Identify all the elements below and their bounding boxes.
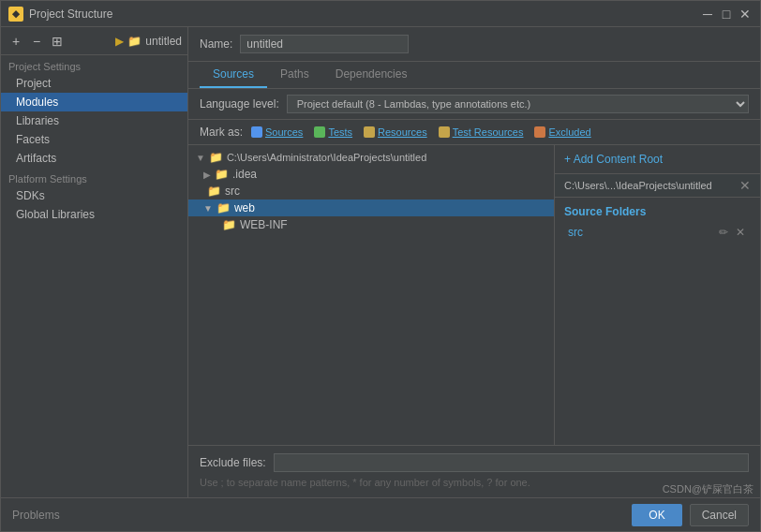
sidebar-item-facets[interactable]: Facets — [1, 130, 187, 149]
sources-color-icon — [251, 126, 262, 138]
exclude-section: Exclude files: Use ; to separate name pa… — [188, 445, 760, 497]
mark-as-label: Mark as: — [200, 126, 243, 139]
ok-button[interactable]: OK — [632, 504, 681, 526]
left-sections: Project Settings Project Modules Librari… — [1, 55, 187, 497]
src-label: src — [225, 185, 240, 198]
idea-label: .idea — [232, 168, 257, 181]
language-level-row: Language level: Project default (8 - Lam… — [188, 89, 760, 120]
sdks-label: SDKs — [16, 189, 45, 202]
content-split: ▼ 📁 C:\Users\Administrator\IdeaProjects\… — [188, 145, 760, 445]
root-expand-arrow: ▼ — [196, 153, 205, 163]
idea-expand-arrow: ▶ — [203, 170, 211, 180]
libraries-label: Libraries — [16, 114, 59, 127]
content-path-close-button[interactable]: ✕ — [739, 178, 751, 193]
exclude-files-row: Exclude files: — [200, 453, 749, 472]
right-side-panel: + Add Content Root C:\Users\...\IdeaProj… — [554, 145, 760, 445]
source-folders-section: Source Folders src ✏ ✕ — [555, 198, 760, 248]
source-folder-actions: ✏ ✕ — [717, 226, 747, 239]
mark-as-row: Mark as: Sources Tests Resources — [188, 120, 760, 145]
resources-color-icon — [364, 126, 375, 138]
mark-test-resources-label: Test Resources — [453, 126, 524, 138]
maximize-button[interactable]: □ — [719, 7, 734, 22]
mark-test-resources-button[interactable]: Test Resources — [436, 126, 527, 139]
right-panel-wrapper: Name: Sources Paths Dependencies Languag… — [188, 27, 760, 497]
webinf-label: WEB-INF — [240, 218, 288, 231]
cancel-button[interactable]: Cancel — [690, 504, 749, 526]
source-folders-title: Source Folders — [564, 205, 751, 218]
mark-resources-label: Resources — [378, 126, 427, 138]
left-toolbar: + − ⊞ ▶ 📁 untitled — [1, 27, 187, 55]
add-content-root-button[interactable]: + Add Content Root — [555, 145, 760, 174]
webinf-folder-icon: 📁 — [222, 218, 236, 231]
module-folder-icon: 📁 — [127, 35, 142, 48]
close-button[interactable]: ✕ — [738, 7, 753, 22]
sidebar-item-project[interactable]: Project — [1, 74, 187, 93]
web-label: web — [234, 201, 255, 214]
mark-tests-label: Tests — [328, 126, 352, 138]
tree-item-src[interactable]: 📁 src — [188, 183, 554, 200]
artifacts-label: Artifacts — [16, 152, 56, 165]
module-root-arrow: ▶ — [115, 35, 124, 48]
bottom-bar: Problems OK Cancel — [1, 497, 760, 531]
tree-root-path[interactable]: ▼ 📁 C:\Users\Administrator\IdeaProjects\… — [188, 149, 554, 166]
mark-tests-button[interactable]: Tests — [311, 126, 355, 139]
tree-item-idea[interactable]: ▶ 📁 .idea — [188, 166, 554, 183]
sidebar-item-libraries[interactable]: Libraries — [1, 111, 187, 130]
window-controls: ─ □ ✕ — [700, 7, 753, 22]
title-bar-left: ◆ Project Structure — [8, 7, 112, 22]
mark-sources-button[interactable]: Sources — [248, 126, 306, 139]
problems-item[interactable]: Problems — [12, 509, 60, 522]
copy-module-button[interactable]: ⊞ — [48, 32, 67, 51]
project-label: Project — [16, 77, 51, 90]
exclude-hint-text: Use ; to separate name patterns, * for a… — [200, 476, 749, 490]
sidebar-item-global-libraries[interactable]: Global Libraries — [1, 205, 187, 224]
mark-excluded-button[interactable]: Excluded — [531, 126, 593, 139]
project-structure-window: ◆ Project Structure ─ □ ✕ + − ⊞ ▶ 📁 unti… — [0, 0, 761, 532]
root-path-label: C:\Users\Administrator\IdeaProjects\unti… — [227, 152, 426, 163]
title-bar: ◆ Project Structure ─ □ ✕ — [1, 1, 760, 27]
window-title: Project Structure — [29, 7, 112, 21]
source-folder-remove-button[interactable]: ✕ — [734, 226, 747, 239]
web-expand-arrow: ▼ — [203, 203, 213, 214]
bottom-actions: OK Cancel — [632, 504, 749, 526]
language-level-select[interactable]: Project default (8 - Lambdas, type annot… — [287, 95, 749, 113]
sidebar-item-artifacts[interactable]: Artifacts — [1, 149, 187, 168]
tree-item-web[interactable]: ▼ 📁 web — [188, 200, 554, 216]
module-root-label: untitled — [145, 35, 182, 48]
name-label: Name: — [200, 37, 232, 51]
source-folder-edit-button[interactable]: ✏ — [717, 226, 730, 239]
minimize-button[interactable]: ─ — [700, 7, 715, 22]
facets-label: Facets — [16, 133, 50, 146]
main-content: + − ⊞ ▶ 📁 untitled Project Settings Proj… — [1, 27, 760, 497]
tab-paths[interactable]: Paths — [267, 62, 322, 88]
modules-label: Modules — [16, 96, 58, 109]
root-folder-icon: 📁 — [209, 151, 223, 164]
name-input[interactable] — [240, 35, 409, 53]
mark-resources-button[interactable]: Resources — [361, 126, 430, 139]
content-path-label: C:\Users\...\IdeaProjects\untitled — [564, 180, 712, 191]
exclude-files-input[interactable] — [274, 453, 749, 472]
name-row: Name: — [188, 27, 760, 62]
exclude-files-label: Exclude files: — [200, 456, 266, 469]
tabs-row: Sources Paths Dependencies — [188, 62, 760, 89]
sidebar-item-sdks[interactable]: SDKs — [1, 186, 187, 205]
mark-excluded-label: Excluded — [548, 126, 590, 138]
source-folder-item: src ✏ ✕ — [564, 224, 751, 241]
module-root-item[interactable]: ▶ 📁 untitled — [115, 35, 182, 48]
add-module-button[interactable]: + — [7, 32, 25, 51]
sidebar-item-modules[interactable]: Modules — [1, 93, 187, 111]
tab-sources[interactable]: Sources — [200, 62, 267, 88]
tree-item-webinf[interactable]: 📁 WEB-INF — [188, 216, 554, 233]
test-resources-color-icon — [439, 126, 450, 138]
remove-module-button[interactable]: − — [27, 32, 46, 51]
language-level-label: Language level: — [200, 97, 279, 111]
project-settings-header: Project Settings — [1, 55, 187, 74]
app-icon: ◆ — [8, 7, 23, 22]
idea-folder-icon: 📁 — [215, 168, 229, 181]
tests-color-icon — [314, 126, 325, 138]
source-folder-name: src — [568, 226, 583, 239]
mark-sources-label: Sources — [265, 126, 303, 138]
right-panel: Name: Sources Paths Dependencies Languag… — [188, 27, 760, 497]
tab-dependencies[interactable]: Dependencies — [322, 62, 421, 88]
src-folder-icon: 📁 — [207, 185, 221, 198]
